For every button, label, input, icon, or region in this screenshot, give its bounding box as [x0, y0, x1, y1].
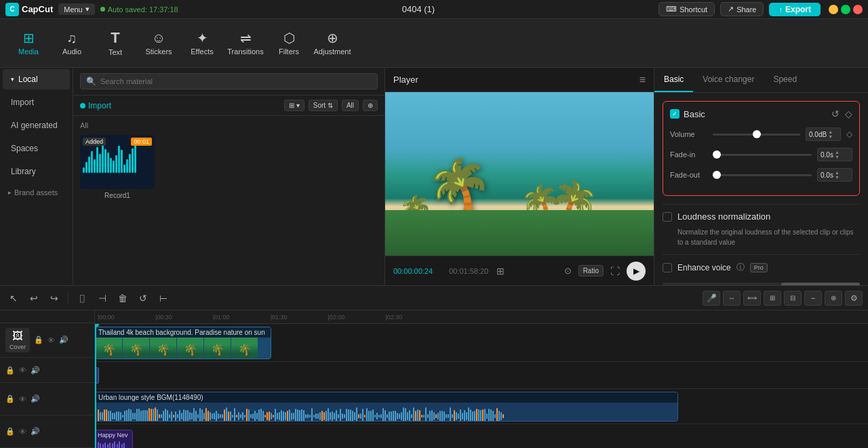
tool-media[interactable]: ⊞ Media	[8, 23, 49, 64]
import-button[interactable]: Import	[80, 101, 111, 110]
filter-all-button[interactable]: All	[342, 100, 359, 111]
search-input[interactable]	[100, 77, 372, 85]
nav-spaces[interactable]: Spaces	[3, 138, 70, 159]
tool-effects[interactable]: ✦ Effects	[182, 23, 222, 64]
video-clip[interactable]: Thailand 4k beach background. Paradise n…	[95, 327, 271, 359]
volume-slider[interactable]	[713, 134, 800, 136]
media-thumbnail[interactable]: Added 00:01	[80, 135, 155, 189]
audio1-track-row: Urban lounge style BGM(1148490)	[95, 389, 868, 424]
fullscreen-button[interactable]: ⛶	[610, 266, 620, 277]
audio2-label: Happy Nev	[96, 430, 132, 440]
more-filter-button[interactable]: ⊕	[363, 100, 378, 111]
audio-mute-icon[interactable]: 🔊	[59, 335, 68, 344]
tab-basic[interactable]: Basic	[654, 68, 693, 92]
share-button[interactable]: ↗ Share	[720, 2, 764, 16]
storyboard-button[interactable]: ⊞	[496, 266, 505, 277]
loudness-checkbox[interactable]	[663, 212, 672, 222]
diamond-icon[interactable]: ◇	[845, 108, 852, 119]
panel-scrollbar[interactable]	[663, 283, 860, 285]
fade-out-down[interactable]: ▼	[835, 175, 840, 180]
play-button[interactable]: ▶	[627, 262, 646, 281]
fade-in-up[interactable]: ▲	[835, 150, 840, 155]
fade-out-up[interactable]: ▲	[835, 170, 840, 175]
chevron-icon: ▾	[11, 76, 14, 83]
tool-transitions[interactable]: ⇌ Transitions	[225, 23, 266, 64]
split-left-button[interactable]: ⊣	[94, 290, 111, 306]
panel-content: ✓ Basic ↺ ◇ Volume 0.0dB	[654, 93, 868, 285]
enhance-checkbox[interactable]	[663, 263, 672, 272]
export-button[interactable]: ↑ Export	[769, 3, 821, 16]
minimize-button[interactable]	[829, 5, 838, 14]
snap-button[interactable]: ↔	[723, 291, 741, 306]
ruler-130: |01:30	[271, 314, 288, 321]
grid-view-button[interactable]: ⊞ ▾	[284, 100, 304, 111]
eye-icon2[interactable]: 👁	[19, 366, 26, 374]
freeze-button[interactable]: ⊢	[155, 290, 172, 306]
mic-button[interactable]: 🎤	[703, 291, 720, 306]
tool-audio[interactable]: ♫ Audio	[52, 23, 92, 64]
cover-label: Cover	[9, 344, 26, 350]
close-button[interactable]	[853, 5, 863, 14]
audio-mute-icon2[interactable]: 🔊	[31, 366, 40, 375]
search-box[interactable]: 🔍	[80, 73, 378, 89]
minus-button[interactable]: −	[804, 291, 822, 306]
lock-icon4[interactable]: 🔒	[5, 427, 15, 436]
redo-button[interactable]: ↪	[46, 290, 62, 306]
crop-button[interactable]: ⊞	[764, 291, 781, 306]
tab-speed[interactable]: Speed	[764, 68, 806, 92]
undo-icon[interactable]: ↺	[831, 108, 840, 119]
ratio-button[interactable]: Ratio	[578, 265, 604, 277]
tool-text[interactable]: T Text	[95, 23, 136, 64]
media-panel: 🔍 Import ⊞ ▾ Sort ⇅ All ⊕ All	[73, 68, 385, 285]
volume-down[interactable]: ▼	[828, 134, 833, 139]
nav-local[interactable]: ▾ Local	[3, 69, 70, 89]
audio1-label: Urban lounge style BGM(1148490)	[96, 392, 677, 403]
fade-in-slider[interactable]	[713, 154, 812, 156]
lock-icon[interactable]: 🔒	[34, 335, 43, 344]
loop-button[interactable]: ↺	[135, 290, 151, 306]
eye-icon[interactable]: 👁	[47, 336, 55, 344]
undo-button[interactable]: ↩	[26, 290, 42, 306]
menu-button[interactable]: Menu ▾	[58, 3, 95, 15]
player-menu-icon[interactable]: ≡	[639, 74, 646, 86]
volume-up[interactable]: ▲	[828, 129, 833, 134]
volume-keyframe[interactable]: ◇	[846, 129, 852, 139]
basic-checkbox[interactable]: ✓	[670, 109, 679, 119]
split-btn2[interactable]: ⟺	[743, 291, 761, 306]
fade-in-down[interactable]: ▼	[835, 155, 840, 159]
audio2-clip[interactable]: Happy Nev	[95, 430, 133, 448]
delete-button[interactable]: 🗑	[115, 290, 131, 306]
align-button[interactable]: ⊟	[784, 291, 802, 306]
audio-mute-icon4[interactable]: 🔊	[31, 427, 40, 436]
thumb-5: 🌴	[204, 338, 231, 359]
eye-icon3[interactable]: 👁	[19, 395, 26, 403]
player-title: Player	[393, 75, 418, 85]
audio1-clip[interactable]: Urban lounge style BGM(1148490)	[95, 392, 678, 422]
duration-badge: 00:01	[131, 138, 152, 146]
ruler-30: |00:30	[155, 314, 172, 321]
eye-icon4[interactable]: 👁	[19, 428, 26, 436]
nav-ai-generated[interactable]: AI generated	[3, 115, 70, 136]
fit-button[interactable]: ⊙	[564, 266, 572, 276]
tool-adjustment[interactable]: ⊕ Adjustment	[312, 23, 353, 64]
tab-voice-changer[interactable]: Voice changer	[693, 68, 764, 92]
tool-filters[interactable]: ⬡ Filters	[269, 23, 309, 64]
empty-track-row	[95, 362, 868, 389]
select-tool-button[interactable]: ↖	[5, 290, 22, 306]
audio-mute-icon3[interactable]: 🔊	[31, 394, 40, 403]
lock-icon3[interactable]: 🔒	[5, 394, 15, 403]
settings-button[interactable]: ⚙	[845, 291, 863, 306]
timeline-body: 🖼 Cover 🔒 👁 🔊 🔒 👁 🔊 🔒 👁 🔊 🔒	[0, 310, 868, 448]
tool-stickers[interactable]: ☺ Stickers	[138, 23, 179, 64]
lock-icon2[interactable]: 🔒	[5, 366, 15, 375]
nav-import[interactable]: Import	[3, 92, 70, 113]
shortcut-button[interactable]: ⌨ Shortcut	[658, 2, 715, 16]
maximize-button[interactable]	[841, 5, 850, 14]
track-btn[interactable]: ⊕	[825, 291, 842, 306]
nav-library[interactable]: Library	[3, 161, 70, 182]
fade-out-slider[interactable]	[713, 174, 812, 176]
sort-button[interactable]: Sort ⇅	[309, 100, 338, 111]
split-button[interactable]: ⌷	[74, 290, 90, 306]
cover-button[interactable]: 🖼 Cover	[5, 328, 30, 352]
nav-brand-assets[interactable]: ▸ Brand assets	[0, 183, 73, 202]
